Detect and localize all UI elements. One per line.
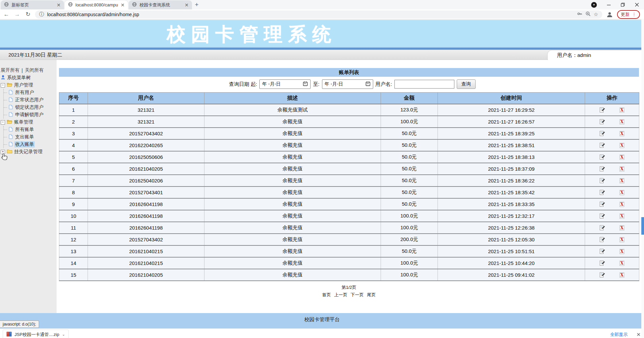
edit-icon[interactable] — [600, 272, 605, 278]
show-all-downloads-link[interactable]: 全部显示 — [610, 332, 627, 338]
first-page-link[interactable]: 首页 — [322, 292, 331, 297]
edit-icon[interactable] — [600, 131, 605, 136]
delete-icon[interactable]: X — [619, 225, 624, 231]
tab-close-icon[interactable]: ✕ — [121, 3, 125, 7]
url-text[interactable]: localhost:8080/campuscard/admin/home.jsp — [47, 12, 574, 17]
delete-icon[interactable]: X — [619, 178, 624, 183]
delete-icon[interactable]: X — [619, 131, 624, 136]
delete-icon[interactable]: X — [619, 237, 624, 242]
delete-icon[interactable]: X — [619, 119, 624, 125]
minimize-button[interactable] — [602, 0, 616, 9]
menu-dots-icon[interactable]: ⋮ — [632, 12, 636, 17]
delete-icon[interactable]: X — [619, 261, 624, 266]
close-window-button[interactable] — [630, 0, 644, 9]
delete-icon[interactable]: X — [619, 143, 624, 148]
tab-close-icon[interactable]: ✕ — [57, 3, 61, 7]
delete-icon[interactable]: X — [619, 249, 624, 254]
calendar-icon[interactable] — [303, 81, 308, 87]
chrome-update-button[interactable]: 更新 ⋮ — [617, 10, 640, 19]
tree-group-users[interactable]: − 用户管理 — [1, 81, 57, 89]
scrollbar-thumb[interactable] — [641, 217, 644, 235]
delete-icon[interactable]: X — [619, 166, 624, 172]
reload-icon[interactable]: ↻ — [24, 11, 32, 18]
tab-new-tab-page[interactable]: 新标签页 ✕ — [1, 0, 64, 9]
delete-icon[interactable]: X — [619, 190, 624, 195]
bill-table: 序号 用户名 描述 金额 创建时间 操作 1 321321 余额充值测试 123… — [59, 92, 639, 281]
page-info-icon[interactable]: ⓘ — [39, 11, 44, 18]
address-bar[interactable]: ⓘ localhost:8080/campuscard/admin/home.j… — [35, 10, 602, 19]
delete-icon[interactable]: X — [619, 107, 624, 113]
edit-icon[interactable] — [600, 107, 605, 113]
zoom-icon[interactable] — [585, 11, 591, 18]
delete-icon[interactable]: X — [619, 155, 624, 160]
page-scrollbar[interactable] — [641, 19, 644, 338]
tree-item-all-bills[interactable]: 所有账单 — [4, 126, 57, 133]
tree-item-expense-bills[interactable]: 支出账单 — [4, 133, 57, 141]
prev-page-link[interactable]: 上一页 — [334, 292, 347, 297]
cell-created-time: 2021-11-25 18:35:42 — [438, 187, 585, 198]
downloaded-file-item[interactable]: JSP校园一卡通管....zip ⌄ — [3, 330, 69, 338]
edit-icon[interactable] — [600, 154, 605, 160]
profile-chevron-icon[interactable]: ▼ — [591, 2, 597, 8]
password-key-icon[interactable] — [577, 11, 582, 18]
cell-description: 余额充值 — [204, 116, 381, 128]
cell-index: 14 — [59, 257, 88, 269]
query-button[interactable]: 查询 — [457, 79, 476, 89]
tree-item-normal-users[interactable]: 正常状态用户 — [4, 96, 57, 104]
tree-item-income-bills[interactable]: 收入账单 — [4, 141, 57, 148]
edit-icon[interactable] — [600, 237, 605, 242]
tree-group-label[interactable]: 用户管理 — [14, 82, 33, 88]
edit-icon[interactable] — [600, 178, 605, 183]
date-from-input[interactable]: 年 -月-日 — [259, 79, 311, 89]
tree-item-locked-users[interactable]: 锁定状态用户 — [4, 104, 57, 111]
tree-item-unlock-request-users[interactable]: 申请解锁用户 — [4, 111, 57, 119]
tab-close-icon[interactable]: ✕ — [185, 3, 189, 7]
cell-actions: X — [585, 234, 639, 245]
expand-all-link[interactable]: 展开所有 — [1, 67, 20, 73]
delete-icon[interactable]: X — [619, 272, 624, 278]
collapse-box-icon[interactable]: − — [1, 120, 5, 125]
edit-icon[interactable] — [600, 213, 605, 219]
date-to-input[interactable]: 年 -月-日 — [322, 79, 373, 89]
tree-group-label[interactable]: 挂失记录管理 — [14, 149, 42, 155]
back-icon[interactable]: ← — [3, 11, 10, 18]
delete-icon[interactable]: X — [619, 202, 624, 207]
forward-icon[interactable]: → — [13, 11, 21, 18]
collapse-all-link[interactable]: 关闭所有 — [25, 67, 44, 73]
file-icon — [9, 127, 13, 133]
collapse-box-icon[interactable]: − — [1, 83, 5, 88]
chevron-down-icon[interactable]: ⌄ — [62, 332, 65, 337]
open-folder-icon — [7, 120, 12, 125]
cell-amount: 50.0元 — [381, 175, 438, 187]
edit-icon[interactable] — [600, 166, 605, 172]
downloaded-file-name[interactable]: JSP校园一卡通管....zip — [14, 332, 59, 338]
bookmark-star-icon[interactable]: ☆ — [594, 11, 598, 18]
edit-icon[interactable] — [600, 201, 605, 207]
tab-campuscard-admin[interactable]: localhost:8080/campuscard/ac ✕ — [65, 0, 128, 9]
new-tab-button[interactable]: + — [192, 0, 201, 9]
calendar-icon[interactable] — [365, 81, 371, 87]
tree-item-all-users[interactable]: 所有用户 — [4, 89, 57, 96]
menu-tree-root[interactable]: 系统菜单树 — [1, 74, 57, 81]
next-page-link[interactable]: 下一页 — [351, 292, 364, 297]
delete-icon[interactable]: X — [619, 213, 624, 219]
edit-icon[interactable] — [600, 142, 605, 148]
table-row: 14 201621040215 余额充值 100.0元 2021-11-25 1… — [59, 257, 639, 269]
edit-icon[interactable] — [600, 260, 605, 266]
update-label: 更新 — [621, 11, 630, 18]
edit-icon[interactable] — [600, 248, 605, 254]
edit-icon[interactable] — [600, 190, 605, 195]
search-username-label: 用户名: — [376, 81, 392, 88]
tree-group-bills[interactable]: − 账单管理 — [1, 119, 57, 126]
tree-group-label[interactable]: 账单管理 — [14, 119, 33, 125]
edit-icon[interactable] — [600, 225, 605, 231]
col-header-username: 用户名 — [88, 93, 204, 104]
close-download-shelf-icon[interactable]: ✕ — [636, 332, 641, 338]
restore-button[interactable] — [616, 0, 630, 9]
profile-avatar-icon[interactable] — [606, 10, 614, 19]
last-page-link[interactable]: 尾页 — [367, 292, 376, 297]
edit-icon[interactable] — [600, 119, 605, 125]
username-input[interactable] — [394, 80, 454, 89]
tab-card-query-system[interactable]: 校园卡查询系统 ✕ — [129, 0, 192, 9]
tree-group-loss-records[interactable]: + 挂失记录管理 — [1, 148, 57, 156]
